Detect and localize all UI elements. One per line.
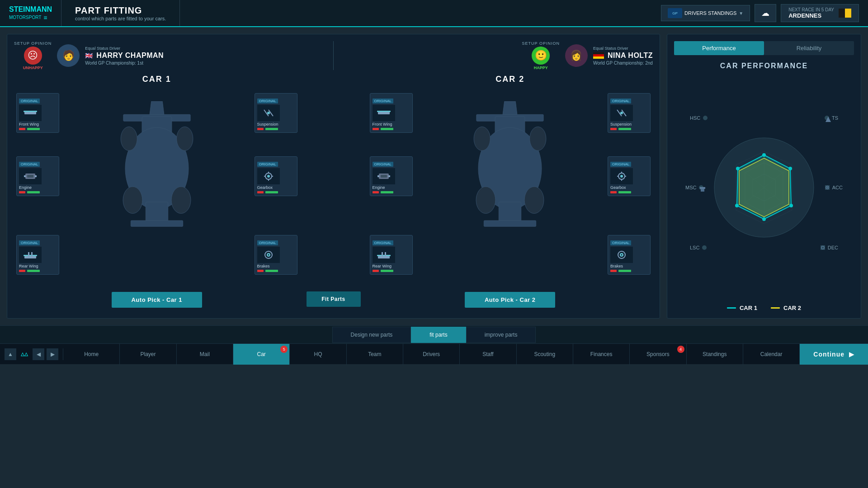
car2-rearwing-name: Rear Wing [373, 264, 410, 268]
tab-reliability[interactable]: Reliability [764, 41, 854, 55]
nav-item-staff[interactable]: Staff [460, 344, 516, 365]
svg-marker-76 [737, 155, 791, 219]
driver2-flag-name: NINA HOLTZ [593, 52, 653, 60]
nav-item-player[interactable]: Player [120, 344, 176, 365]
perf-title: CAR PERFORMANCE [674, 62, 854, 70]
nav-item-hq[interactable]: HQ [290, 344, 346, 365]
nav-item-car[interactable]: Car 5 [233, 344, 290, 365]
tab-design-new-parts[interactable]: Design new parts [332, 327, 411, 343]
car1-brakes-badge: ORIGINAL [257, 240, 278, 245]
car2-section: CAR 2 [368, 75, 653, 311]
logo-text-line1: STEINMANN [9, 5, 52, 14]
driver2-flag-icon [593, 52, 604, 59]
dec-label: DEC [828, 245, 838, 250]
nav-item-sponsors[interactable]: Sponsors 4 [630, 344, 686, 365]
next-race-location: ARDENNES [788, 12, 834, 19]
auto-pick-car1-btn[interactable]: Auto Pick - Car 1 [112, 292, 202, 308]
car1-part-brakes[interactable]: ORIGINAL Brakes [255, 235, 297, 275]
radar-svg [705, 129, 823, 246]
car2-engine-icon [373, 168, 395, 184]
nav-items: Home Player Mail Car 5 HQ Team Drivers S… [63, 344, 800, 365]
nav-item-team[interactable]: Team [347, 344, 403, 365]
nav-up-btn[interactable]: ▲ [5, 348, 16, 360]
nav-item-scouting[interactable]: Scouting [517, 344, 573, 365]
car2-suspension-bars [610, 128, 648, 130]
auto-pick-car2-btn[interactable]: Auto Pick - Car 2 [465, 292, 555, 308]
svg-point-14 [267, 112, 270, 114]
svg-rect-11 [24, 111, 37, 112]
svg-rect-17 [24, 175, 26, 177]
nav-brand: △△ [19, 352, 30, 357]
legend-car1-label: CAR 1 [740, 305, 757, 311]
label-acc: ACC [825, 185, 843, 190]
driver1-avatar: 🧑 [57, 44, 80, 67]
cars-panel: SETUP OPINION ☹ UNHAPPY 🧑 Equal Status D… [7, 34, 660, 319]
acc-label: ACC [832, 185, 843, 190]
svg-rect-25 [24, 256, 36, 258]
svg-rect-49 [377, 175, 379, 177]
tab-improve-parts[interactable]: improve parts [466, 327, 536, 343]
tab-performance[interactable]: Performance [674, 41, 764, 55]
svg-point-80 [762, 217, 766, 221]
label-hsc: HSC [690, 115, 708, 121]
car2-part-frontwing[interactable]: ORIGINAL Front Wing [370, 93, 413, 133]
car2-svg [447, 86, 573, 258]
svg-rect-43 [377, 111, 391, 112]
svg-rect-48 [381, 175, 387, 178]
nav-item-mail[interactable]: Mail [177, 344, 233, 365]
legend-car2: CAR 2 [771, 305, 801, 311]
weather-btn[interactable]: ☁ [755, 4, 776, 22]
msc-label: MSC [685, 185, 696, 190]
svg-point-82 [736, 167, 740, 170]
driver1-setup-opinion: SETUP OPINION ☹ UNHAPPY [14, 41, 52, 70]
car1-part-rearwing[interactable]: ORIGINAL Rear Wing [16, 235, 59, 275]
car1-diagram: ORIGINAL Front Wing ORIGINAL [14, 86, 300, 288]
car1-frontwing-badge: ORIGINAL [19, 99, 40, 103]
car2-part-engine[interactable]: ORIGINAL Engine [370, 156, 413, 196]
driver1-mood-icon: ☹ [24, 47, 42, 65]
car2-engine-bars [373, 191, 410, 193]
middle-section: Fit Parts [304, 75, 363, 311]
car1-engine-badge: ORIGINAL [19, 162, 40, 167]
car2-part-suspension[interactable]: ORIGINAL Suspension [608, 93, 651, 133]
car2-part-brakes[interactable]: ORIGINAL Brakes [608, 235, 651, 275]
nav-badge-sponsors: 4 [677, 346, 684, 353]
svg-point-66 [827, 187, 828, 188]
fit-parts-btn[interactable]: Fit Parts [307, 291, 361, 307]
nav-item-drivers[interactable]: Drivers [403, 344, 460, 365]
tab-fit-parts[interactable]: fit parts [411, 327, 466, 343]
continue-arrow-icon: ▶ [849, 351, 854, 358]
race-info: NEXT RACE IN 5 DAY ARDENNES [781, 4, 859, 22]
car2-part-gearbox[interactable]: ORIGINAL Gearbox [608, 156, 651, 196]
svg-point-81 [735, 204, 739, 207]
car1-part-gearbox[interactable]: ORIGINAL Gearbox [255, 156, 297, 196]
nav-continue-btn[interactable]: Continue ▶ [800, 344, 868, 365]
nav-item-finances[interactable]: Finances [573, 344, 630, 365]
car1-suspension-icon [257, 105, 280, 121]
nav-forward-btn[interactable]: ▶ [47, 348, 58, 360]
car2-gearbox-name: Gearbox [610, 185, 648, 190]
radar-container: HSC TS MSC ACC [674, 79, 854, 296]
driver2-mood-label: HAPPY [534, 66, 548, 70]
car2-gearbox-bars [610, 191, 648, 193]
car2-rearwing-bars [373, 270, 410, 272]
car1-part-suspension[interactable]: ORIGINAL Suspension [255, 93, 297, 133]
svg-point-40 [476, 187, 495, 213]
perf-panel: Performance Reliability CAR PERFORMANCE … [667, 34, 861, 319]
nav-back-btn[interactable]: ◀ [33, 348, 44, 360]
car2-rearwing-badge: ORIGINAL [373, 240, 393, 245]
car1-part-frontwing[interactable]: ORIGINAL Front Wing [16, 93, 59, 133]
car2-part-rearwing[interactable]: ORIGINAL Rear Wing [370, 235, 413, 275]
car2-frontwing-bars [373, 128, 410, 130]
svg-marker-0 [149, 102, 164, 117]
car1-part-engine[interactable]: ORIGINAL Engine [16, 156, 59, 196]
logo-section: STEINMANN MOTORSPORT ≡ [0, 0, 61, 26]
svg-point-7 [176, 127, 193, 151]
car1-rearwing-badge: ORIGINAL [19, 240, 40, 245]
svg-point-6 [121, 127, 137, 151]
nav-item-standings[interactable]: Standings [687, 344, 743, 365]
world-gp-btn[interactable]: GP DRIVERS STANDINGS ▼ [661, 5, 750, 21]
nav-item-calendar[interactable]: Calendar [743, 344, 800, 365]
nav-item-home[interactable]: Home [63, 344, 120, 365]
logo-text-line2: MOTORSPORT ≡ [9, 14, 52, 21]
